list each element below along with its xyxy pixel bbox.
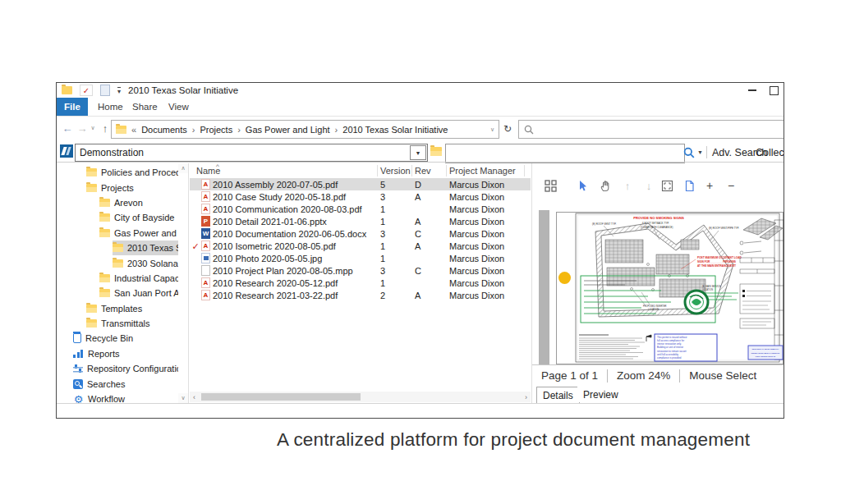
breadcrumb-item-gas-power[interactable]: Gas Power and Light bbox=[246, 125, 330, 135]
file-row[interactable]: 2010 Photo 2020-05-05.jpg1Marcus Dixon bbox=[190, 252, 531, 264]
library-dropdown-button[interactable]: ▼ bbox=[410, 145, 426, 160]
column-header-version[interactable]: Version bbox=[380, 166, 411, 176]
sidebar-item-templates[interactable]: Templates bbox=[86, 301, 178, 316]
file-list-header: Name ^ Version Rev Project Manager bbox=[190, 163, 531, 179]
quick-access-doc-icon[interactable] bbox=[100, 85, 110, 96]
sidebar-item-label: Searches bbox=[87, 379, 125, 389]
folder-icon bbox=[99, 199, 110, 207]
annotation-marker-dot[interactable] bbox=[558, 272, 571, 284]
address-dropdown-chevron[interactable]: ∨ bbox=[490, 126, 499, 133]
breadcrumb-item-documents[interactable]: Documents bbox=[141, 125, 187, 135]
sidebar-item-2030-solana-generat[interactable]: 2030 Solana Generat bbox=[113, 255, 178, 270]
file-row[interactable]: 2010 Project Plan 2020-08-05.mpp3CMarcus… bbox=[190, 264, 531, 277]
sidebar-item-repository-configuration[interactable]: Repository Configuration bbox=[73, 361, 178, 376]
tab-file[interactable]: File bbox=[57, 98, 88, 116]
file-name: 2010 Documentation 2020-06-05.docx bbox=[213, 229, 366, 239]
file-manager-cell: Marcus Dixon bbox=[449, 217, 531, 227]
sidebar-item-arevon[interactable]: Arevon bbox=[99, 195, 178, 210]
search-go-button[interactable] bbox=[683, 147, 695, 160]
sidebar-item-recycle-bin[interactable]: Recycle Bin bbox=[73, 331, 178, 346]
scroll-left-icon[interactable]: ‹ bbox=[190, 393, 195, 401]
maximize-button[interactable] bbox=[770, 86, 779, 95]
sidebar-item-city-of-bayside[interactable]: City of Bayside bbox=[99, 210, 178, 225]
zoom-out-button[interactable]: − bbox=[720, 175, 742, 196]
search-icon bbox=[524, 125, 534, 135]
sidebar-item-gas-power-and-light[interactable]: Gas Power and Light bbox=[99, 226, 178, 241]
preview-viewport[interactable]: PROVIDE NO SMOKING SIGNS (E) ROOF VENT T… bbox=[532, 210, 784, 364]
scroll-right-icon[interactable]: › bbox=[525, 393, 531, 401]
file-version-cell: 3 bbox=[380, 266, 415, 276]
explorer-search-box[interactable] bbox=[518, 120, 784, 139]
open-folder-button[interactable] bbox=[430, 147, 442, 156]
sidebar-item-san-juan-port-authori[interactable]: San Juan Port Authori bbox=[99, 286, 178, 300]
column-header-rev[interactable]: Rev bbox=[415, 166, 431, 176]
quick-access-folder-icon[interactable] bbox=[62, 86, 72, 94]
quick-access-customize-icon[interactable]: ▾ bbox=[117, 87, 121, 94]
sidebar-item-label: 2030 Solana Generat bbox=[127, 259, 178, 268]
file-row[interactable]: A2010 Research 2020-05-12.pdf1Marcus Dix… bbox=[190, 277, 531, 289]
folder-icon bbox=[99, 213, 110, 222]
file-list-hscrollbar[interactable]: ‹ › bbox=[190, 392, 531, 402]
file-row[interactable]: P2010 Detail 2021-01-06.pptx1AMarcus Dix… bbox=[190, 215, 531, 227]
quick-access-check-icon[interactable]: ✓ bbox=[80, 85, 93, 96]
recent-locations-chevron[interactable]: ∨ bbox=[88, 119, 98, 137]
file-row[interactable]: A2010 Communication 2020-08-03.pdf1Marcu… bbox=[190, 203, 531, 215]
hscroll-thumb[interactable] bbox=[201, 393, 361, 401]
svg-text:compliance is provided: compliance is provided bbox=[657, 356, 682, 360]
sidebar-item-workflow[interactable]: ⚙Workflow bbox=[73, 392, 178, 406]
tree-scroll-up-button[interactable]: ∧ bbox=[178, 163, 188, 173]
select-tool-button[interactable] bbox=[572, 175, 593, 196]
svg-text:(CLEAR PATH CLEARANCE): (CLEAR PATH CLEARANCE) bbox=[641, 226, 673, 229]
file-row[interactable]: A2010 Case Study 2020-05-18.pdf3AMarcus … bbox=[190, 190, 531, 203]
column-header-manager[interactable]: Project Manager bbox=[449, 166, 516, 176]
collections-link[interactable]: Collections bbox=[756, 147, 784, 158]
library-combobox[interactable]: Demonstration ▼ bbox=[75, 144, 428, 162]
pan-tool-button[interactable] bbox=[595, 175, 616, 196]
file-row[interactable]: A2010 Research 2021-03-22.pdf2AMarcus Di… bbox=[190, 289, 531, 301]
search-options-chevron[interactable]: ▼ bbox=[697, 149, 703, 155]
sidebar-item-reports[interactable]: Reports bbox=[73, 346, 178, 361]
breadcrumb-item-projects[interactable]: Projects bbox=[200, 125, 232, 135]
sidebar-item-policies-and-procedure[interactable]: Policies and Procedure bbox=[86, 165, 178, 180]
folder-icon bbox=[99, 289, 110, 297]
file-version-cell: 3 bbox=[380, 192, 415, 202]
file-row[interactable]: ✓A2010 Isometric 2020-08-05.pdf1AMarcus … bbox=[190, 240, 531, 252]
file-manager-cell: Marcus Dixon bbox=[449, 204, 531, 214]
address-bar[interactable]: « Documents › Projects › Gas Power and L… bbox=[111, 120, 499, 139]
sidebar-item-transmittals[interactable]: Transmittals bbox=[86, 316, 178, 331]
fit-page-button[interactable] bbox=[656, 175, 678, 196]
sidebar-item-label: San Juan Port Authori bbox=[114, 288, 178, 298]
approval-stamp bbox=[685, 291, 708, 314]
breadcrumb-item-2010-texas[interactable]: 2010 Texas Solar Initiative bbox=[342, 125, 448, 135]
reports-icon bbox=[73, 349, 84, 358]
jpg-file-icon bbox=[201, 253, 210, 263]
zoom-in-button[interactable]: + bbox=[699, 175, 720, 196]
back-button[interactable]: ← bbox=[60, 119, 75, 137]
minimize-button[interactable] bbox=[748, 89, 756, 91]
occupant-load-note: POST MAXIMUM OCCUPANT LOAD SIGN FOR ____… bbox=[697, 256, 742, 268]
sidebar-item-searches[interactable]: Searches bbox=[73, 376, 178, 391]
file-row[interactable]: A2010 Assembly 2020-07-05.pdf5DMarcus Di… bbox=[190, 178, 531, 190]
file-rev-cell: C bbox=[415, 266, 449, 276]
tree-scroll-down-button[interactable]: ∨ bbox=[178, 393, 188, 403]
sidebar-item-label: 2010 Texas Solar Init bbox=[127, 243, 178, 253]
thumbnails-button[interactable] bbox=[540, 175, 561, 196]
sidebar-item-label: Transmittals bbox=[101, 318, 150, 328]
tab-preview[interactable]: Preview bbox=[577, 387, 624, 402]
single-page-button[interactable] bbox=[678, 175, 700, 196]
file-name-cell: 2010 Photo 2020-05-05.jpg bbox=[201, 253, 380, 263]
tab-details[interactable]: Details bbox=[536, 387, 580, 404]
app-window: ✓ ▾ 2010 Texas Solar Initiative File Hom… bbox=[56, 82, 784, 419]
quick-search-input[interactable] bbox=[445, 144, 685, 163]
svg-text:6 FOOT SETBACK TYP.: 6 FOOT SETBACK TYP. bbox=[642, 222, 669, 225]
folder-icon bbox=[99, 274, 110, 282]
sidebar-item-2010-texas-solar-init[interactable]: 2010 Texas Solar Init bbox=[113, 241, 178, 255]
refresh-button[interactable]: ↻ bbox=[500, 120, 515, 137]
tab-view[interactable]: View bbox=[160, 98, 197, 116]
sidebar-item-projects[interactable]: Projects bbox=[86, 180, 178, 195]
maximize-icon bbox=[770, 86, 779, 95]
sidebar-item-industrial-capacities[interactable]: Industrial Capacities bbox=[99, 271, 178, 286]
minus-icon: − bbox=[728, 179, 734, 192]
file-row[interactable]: W2010 Documentation 2020-06-05.docx3CMar… bbox=[190, 227, 531, 240]
previous-page-button[interactable]: ↑ bbox=[617, 175, 638, 196]
